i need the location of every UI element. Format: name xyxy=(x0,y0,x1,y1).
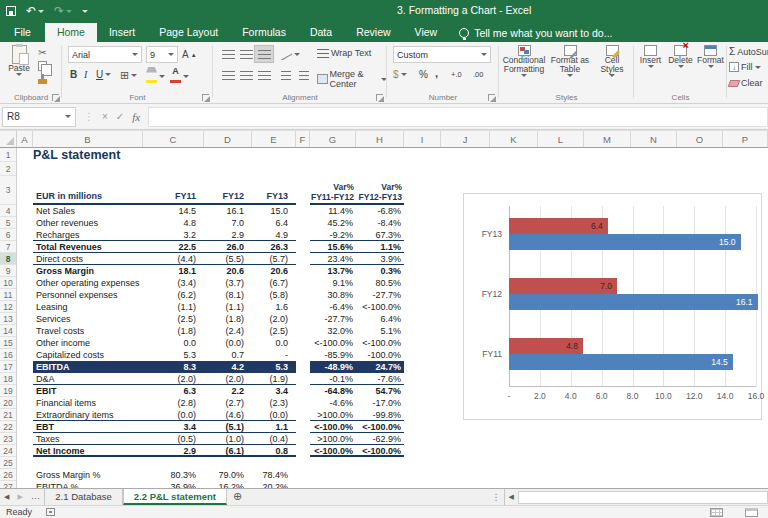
sheet-tab-pnl-statement[interactable]: 2.2 P&L statement xyxy=(123,489,227,505)
cell[interactable] xyxy=(17,176,33,205)
cell[interactable] xyxy=(17,409,33,421)
fill-button[interactable]: ↓Fill xyxy=(729,62,761,72)
cell[interactable]: Net Sales xyxy=(33,205,143,217)
cell[interactable]: 0.0 xyxy=(143,337,204,349)
cell[interactable]: (0.0) xyxy=(143,409,204,421)
column-header-C[interactable]: C xyxy=(143,131,204,147)
delete-cells-caret[interactable] xyxy=(678,65,684,68)
formula-input[interactable] xyxy=(148,107,768,127)
cell[interactable]: Total Revenues xyxy=(33,241,143,253)
clear-button[interactable]: Clear xyxy=(729,78,763,88)
cell[interactable]: 15.0 xyxy=(252,205,296,217)
cell[interactable]: (4.4) xyxy=(143,253,204,265)
conditional-formatting-button[interactable]: Conditional Formatting xyxy=(501,45,547,89)
align-center-button[interactable] xyxy=(237,67,255,83)
cell[interactable] xyxy=(296,397,310,409)
cell[interactable] xyxy=(296,241,310,253)
cell[interactable]: 23.4% xyxy=(310,253,356,265)
column-header-B[interactable]: B xyxy=(33,131,143,147)
cell[interactable]: (5.7) xyxy=(252,253,296,265)
cell[interactable]: (2.8) xyxy=(143,397,204,409)
comma-style-button[interactable]: , xyxy=(435,67,438,79)
cell[interactable]: 32.0% xyxy=(310,325,356,337)
cell[interactable]: 16.2% xyxy=(204,481,252,488)
cell-styles-button[interactable]: Cell Styles xyxy=(593,45,631,89)
conditional-formatting-caret[interactable] xyxy=(521,74,527,77)
cell[interactable] xyxy=(17,277,33,289)
delete-cells-button[interactable]: Delete xyxy=(666,45,695,89)
cell[interactable] xyxy=(17,265,33,277)
cell[interactable]: 67.3% xyxy=(356,229,404,241)
cell[interactable]: Other operating expenses xyxy=(33,277,143,289)
column-header-G[interactable]: G xyxy=(310,131,356,147)
cell[interactable]: D&A xyxy=(33,373,143,385)
cell[interactable] xyxy=(296,445,310,457)
number-format-select[interactable]: Custom xyxy=(393,46,491,63)
cell[interactable]: 20.6 xyxy=(204,265,252,277)
cell[interactable]: (2.7) xyxy=(204,397,252,409)
cell[interactable]: Var%FY11-FY12 xyxy=(310,176,356,205)
alignment-dialog-launcher[interactable] xyxy=(376,94,383,101)
new-sheet-button[interactable]: ⊕ xyxy=(227,489,248,505)
font-dialog-launcher[interactable] xyxy=(202,94,209,101)
cell[interactable] xyxy=(296,229,310,241)
row-header-7[interactable]: 7 xyxy=(0,241,17,253)
borders-button[interactable]: ⊞ xyxy=(120,69,137,82)
tab-file[interactable]: File xyxy=(0,23,45,42)
orientation-button[interactable] xyxy=(279,49,300,60)
wrap-text-button[interactable]: Wrap Text xyxy=(317,48,371,58)
cell[interactable] xyxy=(296,313,310,325)
percent-style-button[interactable]: % xyxy=(419,69,428,80)
cell[interactable]: 4.8 xyxy=(143,217,204,229)
select-all-corner[interactable] xyxy=(0,131,17,147)
fill-color-button[interactable] xyxy=(146,67,165,85)
tell-me-box[interactable]: Tell me what you want to do... xyxy=(459,27,612,42)
cell[interactable]: <-100.0% xyxy=(356,421,404,433)
cell[interactable]: 3.4 xyxy=(252,385,296,397)
cell[interactable] xyxy=(296,301,310,313)
cell[interactable]: 80.5% xyxy=(356,277,404,289)
cell[interactable]: (2.5) xyxy=(252,325,296,337)
cell[interactable] xyxy=(17,469,33,481)
align-bottom-button[interactable] xyxy=(255,46,273,62)
decrease-indent-button[interactable] xyxy=(277,67,295,83)
cell[interactable] xyxy=(17,229,33,241)
row-header-23[interactable]: 23 xyxy=(0,433,17,445)
cell[interactable] xyxy=(17,361,33,373)
cell[interactable]: (2.3) xyxy=(252,397,296,409)
font-name-select[interactable]: Arial xyxy=(68,46,142,63)
fill-color-caret[interactable] xyxy=(159,75,165,78)
cell[interactable] xyxy=(17,457,33,469)
cell[interactable] xyxy=(296,176,310,205)
font-color-button[interactable]: A xyxy=(170,67,189,85)
cell[interactable]: (6.7) xyxy=(252,277,296,289)
cell[interactable]: Leasing xyxy=(33,301,143,313)
cell[interactable]: -6.8% xyxy=(356,205,404,217)
row-header-2[interactable]: 2 xyxy=(0,162,17,176)
cell[interactable]: (2.0) xyxy=(252,313,296,325)
cell[interactable]: (3.4) xyxy=(143,277,204,289)
cell[interactable]: Var%FY12-FY13 xyxy=(356,176,404,205)
cell[interactable]: -27.7% xyxy=(310,313,356,325)
cell[interactable]: Capitalized costs xyxy=(33,349,143,361)
cell[interactable]: 18.1 xyxy=(143,265,204,277)
accounting-format-button[interactable]: $ xyxy=(393,69,407,80)
cell[interactable]: 79.0% xyxy=(204,469,252,481)
column-header-H[interactable]: H xyxy=(356,131,404,147)
cell[interactable]: 6.3 xyxy=(143,385,204,397)
cell[interactable]: Services xyxy=(33,313,143,325)
cell[interactable]: -62.9% xyxy=(356,433,404,445)
cell[interactable]: Other revenues xyxy=(33,217,143,229)
cancel-icon[interactable]: × xyxy=(102,111,108,122)
number-dialog-launcher[interactable] xyxy=(488,94,495,101)
cell[interactable]: 3.9% xyxy=(356,253,404,265)
cell[interactable]: 11.4% xyxy=(310,205,356,217)
column-header-J[interactable]: J xyxy=(441,131,490,147)
cell[interactable]: (6.1) xyxy=(204,445,252,457)
cell[interactable]: (1.8) xyxy=(143,325,204,337)
cell[interactable]: 7.0 xyxy=(204,217,252,229)
cell[interactable]: -9.2% xyxy=(310,229,356,241)
cell[interactable]: Other income xyxy=(33,337,143,349)
cell[interactable]: <-100.0% xyxy=(356,301,404,313)
row-header-21[interactable]: 21 xyxy=(0,409,17,421)
